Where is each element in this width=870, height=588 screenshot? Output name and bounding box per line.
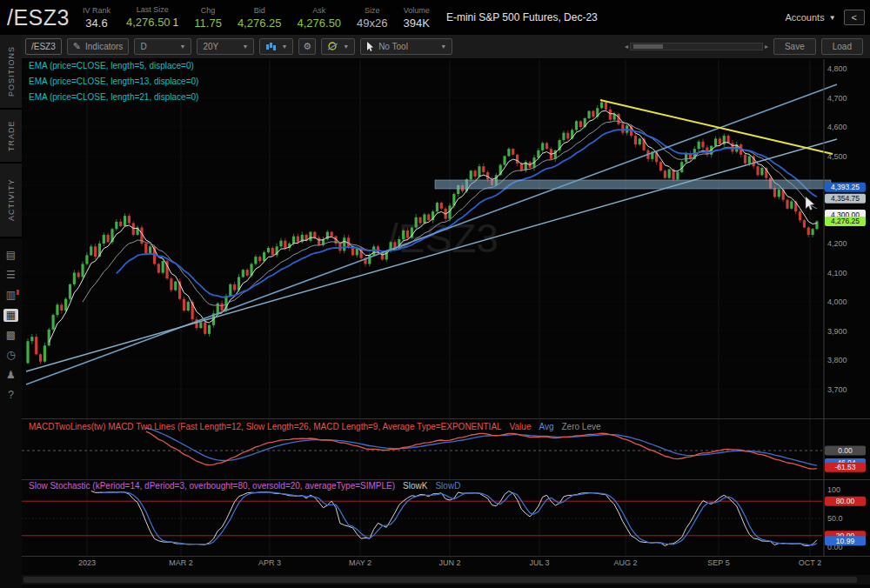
quote-field-ask: Ask4,276.50: [297, 6, 341, 30]
help-icon[interactable]: ?: [3, 389, 18, 402]
svg-text:3,900: 3,900: [827, 327, 847, 336]
active-tool-dropdown[interactable]: No Tool ▼: [360, 38, 452, 55]
accounts-label: Accounts: [785, 12, 824, 23]
slider-thumb[interactable]: [633, 44, 663, 49]
symbol-input-value: /ESZ3: [31, 42, 56, 51]
left-sidebar: POSITIONSTRADEACTIVITY▤☰▥▦▩◷♟?: [0, 35, 22, 588]
slider-right-arrow-icon[interactable]: ▸: [765, 43, 768, 50]
price-bubble: 4,276.25: [825, 217, 866, 226]
slider-track[interactable]: [630, 43, 763, 50]
macd-zero-bubble: 0.00: [825, 446, 866, 456]
svg-text:0.00: 0.00: [838, 446, 853, 455]
svg-text:4,393.25: 4,393.25: [831, 183, 860, 191]
chevron-down-icon: ▼: [242, 43, 248, 50]
alert-chart-icon[interactable]: ▥: [3, 289, 18, 302]
svg-text:10.99: 10.99: [836, 537, 855, 545]
svg-text:JUL 3: JUL 3: [529, 558, 549, 567]
sidebar-tab-activity[interactable]: ACTIVITY: [0, 164, 22, 238]
save-label: Save: [785, 42, 805, 51]
price-bubble: 4,393.25: [825, 183, 866, 192]
svg-text:4,800: 4,800: [827, 64, 847, 73]
instrument-description: E-mini S&P 500 Futures, Dec-23: [446, 11, 598, 23]
chevron-down-icon: ▼: [829, 14, 836, 22]
chevron-down-icon: ▼: [343, 43, 349, 50]
stoch-overbought-bubble: 80.00: [825, 497, 866, 506]
svg-text:4,354.75: 4,354.75: [831, 194, 860, 203]
chart-canvas[interactable]: /ESZ34,8004,7004,6004,5004,4004,3004,200…: [22, 59, 870, 588]
svg-text:OCT 2: OCT 2: [799, 558, 821, 567]
news-icon[interactable]: ▤: [3, 249, 18, 262]
chevron-down-icon: ▼: [179, 43, 185, 50]
active-tool-label: No Tool: [378, 42, 408, 51]
svg-text:JUN 2: JUN 2: [438, 558, 460, 567]
stoch-axis-tick: 50.0: [827, 514, 843, 523]
chart-type-dropdown[interactable]: ▼: [259, 38, 293, 55]
community-icon[interactable]: ♟: [3, 369, 18, 382]
rectangle-drawing[interactable]: [435, 180, 831, 189]
chevron-down-icon: ▼: [281, 43, 287, 50]
price-bubble: 4,354.75: [825, 194, 866, 204]
studies-flask-icon: ✎: [73, 42, 81, 51]
sidebar-tab-trade[interactable]: TRADE: [0, 110, 22, 164]
chart-settings-button[interactable]: ⚙: [298, 38, 316, 55]
time-axis[interactable]: 2023MAR 2APR 3MAY 2JUN 2JUL 3AUG 2SEP 5O…: [78, 558, 821, 567]
svg-text:4,276.25: 4,276.25: [831, 217, 860, 225]
quote-field-volume: Volume394K: [404, 6, 430, 30]
indicators-button[interactable]: ✎ Indicators: [67, 38, 130, 55]
active-chart-icon[interactable]: ▦: [3, 309, 18, 322]
gear-icon: ⚙: [303, 42, 311, 51]
quote-field-size: Size49x26: [357, 6, 387, 30]
price-axis[interactable]: 4,8004,7004,6004,5004,4004,3004,2004,100…: [827, 64, 847, 551]
chart-area: /ESZ34,8004,7004,6004,5004,4004,3004,200…: [22, 59, 870, 588]
load-label: Load: [833, 42, 852, 51]
save-button[interactable]: Save: [773, 38, 816, 55]
svg-text:APR 3: APR 3: [258, 558, 281, 567]
aggregation-dropdown[interactable]: D ▼: [134, 38, 191, 55]
aggregation-value: D: [140, 42, 146, 51]
symbol-input[interactable]: /ESZ3: [25, 38, 62, 55]
candlestick-type-icon: [265, 42, 277, 51]
svg-text:4,000: 4,000: [827, 297, 847, 306]
grid-icon[interactable]: ▩: [3, 329, 18, 342]
svg-text:MAY 2: MAY 2: [349, 558, 371, 567]
quote-field-last-size: Last Size4,276.501: [126, 5, 178, 30]
range-value: 20Y: [203, 42, 218, 51]
stoch-axis-tick: 100: [827, 485, 840, 494]
collapse-panel-button[interactable]: <: [844, 10, 865, 25]
svg-text:SEP 5: SEP 5: [707, 558, 729, 567]
ema-21-line: [117, 130, 817, 297]
time-scrollbar-thumb[interactable]: [23, 577, 857, 583]
cursor-icon: [366, 42, 374, 51]
watchlist-icon[interactable]: ☰: [3, 269, 18, 282]
quote-field-iv-rank: IV Rank34.6: [83, 6, 110, 30]
trendline-drawing-2[interactable]: [26, 139, 837, 371]
svg-text:3,700: 3,700: [827, 385, 847, 394]
trendline-drawing-1[interactable]: [26, 84, 837, 384]
svg-text:4,100: 4,100: [827, 269, 847, 277]
svg-text:4,500: 4,500: [827, 152, 847, 161]
topbar-right: Accounts ▼ <: [785, 10, 865, 25]
svg-text:AUG 2: AUG 2: [613, 558, 637, 567]
svg-text:3,800: 3,800: [827, 356, 847, 364]
svg-text:2023: 2023: [78, 558, 96, 567]
svg-text:4,200: 4,200: [827, 239, 847, 248]
quote-bar: /ESZ3 IV Rank34.6Last Size4,276.501Chg11…: [0, 0, 870, 35]
range-dropdown[interactable]: 20Y ▼: [197, 38, 254, 55]
svg-text:80.00: 80.00: [836, 497, 855, 505]
svg-text:MAR 2: MAR 2: [169, 558, 193, 567]
chart-toolbar: /ESZ3 ✎ Indicators D ▼ 20Y ▼ ▼ ⚙ ▼ No To…: [22, 35, 870, 59]
accounts-menu[interactable]: Accounts ▼: [785, 12, 835, 23]
clock-icon[interactable]: ◷: [3, 349, 18, 362]
stoch-slowd-line: [99, 492, 817, 545]
drawings-dropdown[interactable]: ▼: [321, 38, 355, 55]
load-button[interactable]: Load: [821, 38, 863, 55]
quote-field-chg: Chg11.75: [194, 6, 222, 30]
chart-pan-slider[interactable]: ◂ ▸: [625, 43, 768, 50]
svg-text:4,700: 4,700: [827, 94, 847, 103]
slider-left-arrow-icon[interactable]: ◂: [625, 43, 628, 50]
svg-text:-61.53: -61.53: [834, 463, 855, 471]
symbol-title: /ESZ3: [7, 5, 70, 30]
sidebar-tab-positions[interactable]: POSITIONS: [0, 35, 22, 110]
chevron-down-icon: ▼: [440, 43, 446, 50]
quote-fields: IV Rank34.6Last Size4,276.501Chg11.75Bid…: [75, 5, 438, 30]
